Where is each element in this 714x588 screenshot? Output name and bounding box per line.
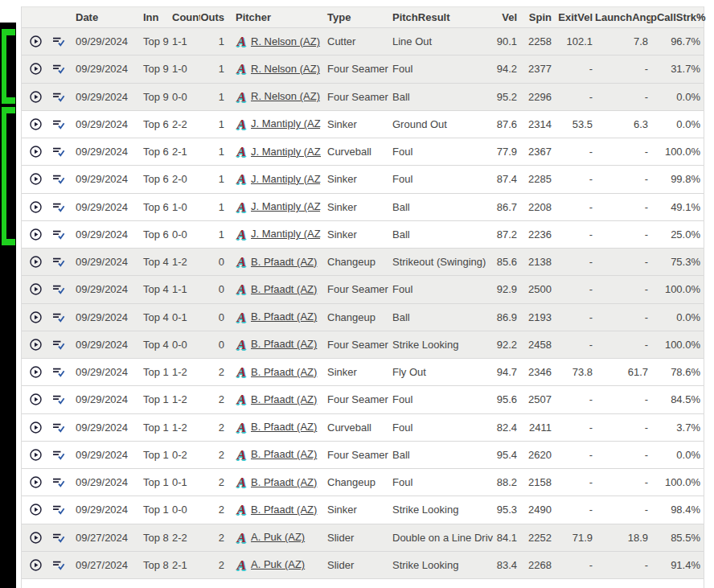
cell-launch-angle: 61.7 bbox=[595, 359, 650, 385]
playlist-check-button[interactable] bbox=[49, 414, 68, 441]
pitcher-link[interactable]: B. Pfaadt (AZ) bbox=[251, 276, 317, 302]
playlist-check-button[interactable] bbox=[49, 496, 68, 523]
playlist-check-button[interactable] bbox=[49, 524, 68, 551]
cell-pitch-type: Four Seamer bbox=[321, 276, 388, 302]
pitcher-link[interactable]: J. Mantiply (AZ) bbox=[251, 194, 321, 220]
pitcher-link[interactable]: J. Mantiply (AZ) bbox=[251, 166, 321, 192]
cell-date: 09/29/2024 bbox=[68, 221, 141, 248]
playlist-check-button[interactable] bbox=[49, 28, 68, 55]
cell-exit-velocity: - bbox=[554, 138, 595, 165]
cell-date: 09/29/2024 bbox=[68, 442, 141, 468]
cell-spin: 2193 bbox=[519, 304, 554, 331]
playlist-check-button[interactable] bbox=[49, 249, 68, 275]
pitcher-link[interactable]: A. Puk (AZ) bbox=[251, 524, 305, 551]
pitcher-link[interactable]: B. Pfaadt (AZ) bbox=[251, 386, 317, 413]
playlist-check-button[interactable] bbox=[49, 194, 68, 220]
cell-pitcher: A A. Puk (AZ) bbox=[228, 524, 321, 551]
play-video-button[interactable] bbox=[22, 194, 49, 220]
play-video-button[interactable] bbox=[22, 221, 49, 248]
playlist-check-button[interactable] bbox=[49, 331, 68, 358]
cell-pitch-result: Ball bbox=[388, 221, 493, 248]
cell-outs: 0 bbox=[200, 304, 228, 331]
play-video-button[interactable] bbox=[22, 496, 49, 523]
play-video-button[interactable] bbox=[22, 138, 49, 165]
pitcher-link[interactable]: A. Puk (AZ) bbox=[251, 552, 305, 578]
play-video-button[interactable] bbox=[22, 249, 49, 275]
playlist-check-button[interactable] bbox=[49, 56, 68, 82]
play-video-button[interactable] bbox=[22, 166, 49, 192]
cell-pcallstrk: 98.4% bbox=[650, 496, 706, 523]
pitcher-link[interactable]: B. Pfaadt (AZ) bbox=[251, 359, 317, 385]
playlist-check-button[interactable] bbox=[49, 469, 68, 495]
play-video-button[interactable] bbox=[22, 552, 49, 578]
cell-count: 1-0 bbox=[170, 194, 200, 220]
pitcher-link[interactable]: R. Nelson (AZ) bbox=[251, 84, 320, 110]
playlist-check-button[interactable] bbox=[49, 386, 68, 413]
play-video-button[interactable] bbox=[22, 442, 49, 468]
cell-count: 0-2 bbox=[170, 442, 200, 468]
pitcher-link[interactable]: B. Pfaadt (AZ) bbox=[251, 331, 317, 358]
pitcher-link[interactable]: B. Pfaadt (AZ) bbox=[251, 469, 317, 495]
playlist-check-button[interactable] bbox=[49, 579, 68, 588]
pitcher-link[interactable]: B. Pfaadt (AZ) bbox=[251, 442, 317, 468]
pitcher-link[interactable]: B. Pfaadt (AZ) bbox=[251, 304, 317, 331]
playlist-check-button[interactable] bbox=[49, 166, 68, 192]
cell-inning: Top 8 bbox=[141, 552, 170, 578]
cell-count: 1-1 bbox=[170, 276, 200, 302]
playlist-check-button[interactable] bbox=[49, 84, 68, 110]
cell-velocity: 86.7 bbox=[493, 194, 519, 220]
playlist-check-button[interactable] bbox=[49, 111, 68, 138]
annotation-bracket-rows-4-8 bbox=[2, 107, 15, 245]
cell-inning: Top 6 bbox=[141, 138, 170, 165]
play-video-button[interactable] bbox=[22, 414, 49, 441]
play-video-button[interactable] bbox=[22, 28, 49, 55]
cell-pitch-type: Curveball bbox=[321, 138, 388, 165]
pitcher-link[interactable]: B. Pfaadt (AZ) bbox=[251, 249, 317, 275]
play-video-button[interactable] bbox=[22, 524, 49, 551]
play-video-button[interactable] bbox=[22, 56, 49, 82]
diamondbacks-logo-icon: A bbox=[236, 172, 248, 186]
cell-date: 09/29/2024 bbox=[68, 386, 141, 413]
cell-pcallstrk: 3.7% bbox=[650, 414, 706, 441]
cell-exit-velocity: 73.8 bbox=[554, 359, 595, 385]
cell-pitch-result: Ball bbox=[388, 442, 493, 468]
cell-launch-angle: - bbox=[595, 194, 650, 220]
playlist-check-button[interactable] bbox=[49, 442, 68, 468]
play-video-button[interactable] bbox=[22, 386, 49, 413]
playlist-check-button[interactable] bbox=[49, 304, 68, 331]
playlist-check-button[interactable] bbox=[49, 359, 68, 385]
cell-count: 1-1 bbox=[170, 28, 200, 55]
cell-pitch-result: Ball bbox=[388, 84, 493, 110]
playlist-check-button[interactable] bbox=[49, 138, 68, 165]
pitcher-link[interactable]: J. Mantiply (AZ) bbox=[251, 221, 321, 248]
pitcher-link[interactable]: J. Mantiply (AZ) bbox=[251, 138, 321, 165]
cell-pitch-result: Foul bbox=[388, 56, 493, 82]
pitcher-link[interactable]: B. Pfaadt (AZ) bbox=[251, 414, 317, 441]
pitcher-link[interactable]: R. Nelson (AZ) bbox=[251, 28, 320, 55]
play-video-button[interactable] bbox=[22, 469, 49, 495]
pitcher-link[interactable]: J. Mantiply (AZ) bbox=[251, 111, 321, 138]
cell-launch-angle: - bbox=[595, 84, 650, 110]
cell-pitch-result: Strikeout (Swinging) bbox=[388, 249, 493, 275]
cell-pitch-type: Changeup bbox=[321, 469, 388, 495]
play-video-button[interactable] bbox=[22, 84, 49, 110]
pitcher-link[interactable]: B. Pfaadt (AZ) bbox=[251, 496, 317, 523]
play-video-button[interactable] bbox=[22, 304, 49, 331]
cell-pitch-result: Foul bbox=[388, 414, 493, 441]
play-video-button[interactable] bbox=[22, 331, 49, 358]
play-video-button[interactable] bbox=[22, 579, 49, 588]
pitcher-link[interactable]: R. Nelson (AZ) bbox=[251, 56, 320, 82]
diamondbacks-logo-icon: A bbox=[236, 393, 248, 406]
playlist-check-button[interactable] bbox=[49, 276, 68, 302]
cell-pcallstrk: 85.5% bbox=[650, 524, 706, 551]
play-video-button[interactable] bbox=[22, 276, 49, 302]
play-video-button[interactable] bbox=[22, 359, 49, 385]
playlist-check-button[interactable] bbox=[49, 552, 68, 578]
cell-pitcher: A A. Puk (AZ) bbox=[228, 552, 321, 578]
playlist-check-button[interactable] bbox=[49, 221, 68, 248]
cell-launch-angle: - bbox=[595, 496, 650, 523]
cell-pitch-type: Sinker bbox=[321, 194, 388, 220]
play-video-button[interactable] bbox=[22, 111, 49, 138]
cell-pitch-type: Slider bbox=[321, 524, 388, 551]
cell-spin: 2158 bbox=[519, 469, 554, 495]
